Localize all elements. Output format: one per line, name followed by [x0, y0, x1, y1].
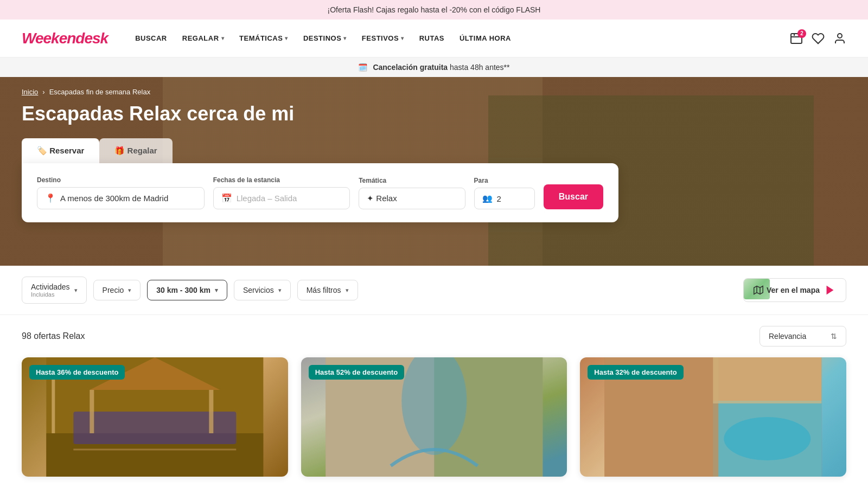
discount-badge: Hasta 36% de descuento — [29, 365, 125, 380]
card-image: Hasta 36% de descuento — [22, 357, 288, 477]
nav-rutas[interactable]: RUTAS — [414, 30, 450, 47]
svg-rect-10 — [90, 390, 94, 433]
map-icon — [754, 285, 763, 295]
filter-mas-filtros-label: Más filtros — [307, 286, 341, 294]
nav-destinos[interactable]: DESTINOS ▾ — [298, 30, 352, 47]
tab-regalar[interactable]: 🎁 Regalar — [99, 138, 172, 163]
arrow-right-icon — [824, 284, 836, 296]
header-icons: 2 — [790, 32, 846, 45]
card-image: Hasta 52% de descuento — [301, 357, 567, 477]
calendar-icon: 📅 — [221, 193, 232, 203]
chevron-down-icon: ▾ — [221, 35, 225, 41]
filter-precio-label: Precio — [103, 286, 124, 294]
chevron-down-icon: ▾ — [215, 287, 218, 294]
search-tabs: 🏷️ Reservar 🎁 Regalar — [22, 138, 846, 163]
hotel-card[interactable]: Hasta 52% de descuento — [301, 357, 567, 477]
promo-text: ¡Oferta Flash! Cajas regalo hasta el -20… — [328, 5, 541, 14]
svg-point-22 — [724, 417, 811, 460]
logo[interactable]: Weekendesk — [22, 30, 108, 47]
svg-point-1 — [838, 34, 842, 38]
nav-buscar[interactable]: BUSCAR — [130, 30, 173, 47]
nav-regalar[interactable]: REGALAR ▾ — [177, 30, 229, 47]
location-icon: 📍 — [45, 193, 56, 203]
breadcrumb-current: Escapadas fin de semana Relax — [49, 88, 150, 96]
tab-reservar[interactable]: 🏷️ Reservar — [22, 138, 99, 163]
destino-label: Destino — [37, 176, 205, 184]
search-box: Destino 📍 A menos de 300km de Madrid Fec… — [22, 163, 618, 222]
tematica-field: Temática ✦ Relax — [359, 177, 465, 209]
filters-bar: Actividades Incluidas ▾ Precio ▾ 30 km -… — [0, 266, 868, 315]
nav-ultima-hora[interactable]: ÚLTIMA HORA — [454, 30, 516, 47]
cancellation-text: hasta 48h antes** — [450, 63, 510, 72]
cards-grid: Hasta 36% de descuento Hasta 52% de desc… — [22, 357, 846, 477]
page-title: Escapadas Relax cerca de mi — [22, 102, 846, 125]
wishlist-button[interactable] — [812, 32, 825, 45]
people-icon: 👥 — [482, 194, 493, 203]
results-count: 98 ofertas Relax — [22, 331, 85, 341]
account-button[interactable] — [833, 32, 846, 45]
header: Weekendesk BUSCAR REGALAR ▾ TEMÁTICAS ▾ … — [0, 20, 868, 57]
hotel-card[interactable]: Hasta 36% de descuento — [22, 357, 288, 477]
nav-festivos[interactable]: FESTIVOS ▾ — [356, 30, 410, 47]
chevron-down-icon: ▾ — [278, 287, 282, 294]
chevron-down-icon: ▾ — [343, 35, 347, 41]
destino-input[interactable]: 📍 A menos de 300km de Madrid — [37, 187, 205, 209]
svg-marker-2 — [754, 286, 763, 294]
breadcrumb-home[interactable]: Inicio — [22, 88, 38, 96]
filter-distancia-label: 30 km - 300 km — [156, 286, 210, 294]
filter-servicios[interactable]: Servicios ▾ — [234, 280, 291, 300]
sort-dropdown[interactable]: Relevancia ⇅ — [760, 326, 846, 347]
map-button-label: Ver en el mapa — [767, 286, 820, 294]
filter-actividades[interactable]: Actividades Incluidas ▾ — [22, 277, 87, 304]
para-value: 2 — [497, 194, 501, 203]
discount-badge: Hasta 32% de descuento — [588, 365, 683, 380]
sort-arrows-icon: ⇅ — [831, 332, 837, 341]
tematica-value: ✦ Relax — [367, 194, 397, 203]
card-image: Hasta 32% de descuento — [580, 357, 846, 477]
fechas-label: Fechas de la estancia — [213, 176, 350, 184]
para-label: Para — [474, 177, 535, 184]
filter-actividades-label: Actividades — [31, 283, 70, 291]
hero-section: Inicio › Escapadas fin de semana Relax E… — [0, 77, 868, 266]
map-button[interactable]: Ver en el mapa — [743, 278, 846, 302]
filter-distancia[interactable]: 30 km - 300 km ▾ — [147, 280, 227, 300]
sort-label: Relevancia — [769, 332, 806, 341]
chevron-down-icon: ▾ — [346, 287, 349, 294]
fechas-input[interactable]: 📅 Llegada – Salida — [213, 187, 350, 209]
nav-tematicas[interactable]: TEMÁTICAS ▾ — [234, 30, 293, 47]
para-field: Para 👥 2 — [474, 177, 535, 209]
breadcrumb: Inicio › Escapadas fin de semana Relax — [22, 88, 846, 96]
cancellation-bold: Cancelación gratuita — [373, 63, 448, 72]
chevron-down-icon: ▾ — [128, 287, 131, 294]
main-nav: BUSCAR REGALAR ▾ TEMÁTICAS ▾ DESTINOS ▾ … — [130, 30, 790, 47]
tematica-input[interactable]: ✦ Relax — [359, 188, 465, 209]
fechas-placeholder: Llegada – Salida — [237, 194, 297, 203]
svg-rect-11 — [209, 390, 213, 433]
search-button[interactable]: Buscar — [544, 184, 603, 209]
tematica-label: Temática — [359, 177, 465, 184]
destino-field: Destino 📍 A menos de 300km de Madrid — [37, 176, 205, 209]
svg-rect-12 — [52, 379, 55, 433]
chevron-down-icon: ▾ — [285, 35, 288, 41]
cart-button[interactable]: 2 — [790, 32, 803, 45]
discount-badge: Hasta 52% de descuento — [309, 365, 404, 380]
results-section: 98 ofertas Relax Relevancia ⇅ Hasta 36% … — [0, 315, 868, 487]
hotel-card[interactable]: Hasta 32% de descuento — [580, 357, 846, 477]
chevron-down-icon: ▾ — [74, 287, 78, 294]
cart-badge: 2 — [797, 29, 806, 38]
tab-regalar-label: 🎁 Regalar — [114, 146, 157, 156]
fechas-field: Fechas de la estancia 📅 Llegada – Salida — [213, 176, 350, 209]
filter-mas-filtros[interactable]: Más filtros ▾ — [297, 280, 358, 300]
svg-rect-21 — [713, 357, 822, 403]
filter-precio[interactable]: Precio ▾ — [93, 280, 141, 300]
breadcrumb-separator: › — [42, 88, 44, 96]
promo-banner: ¡Oferta Flash! Cajas regalo hasta el -20… — [0, 0, 868, 20]
filter-actividades-sub: Incluidas — [31, 291, 54, 298]
tab-reservar-label: 🏷️ Reservar — [37, 146, 84, 156]
para-input[interactable]: 👥 2 — [474, 188, 535, 209]
info-bar: 🗓️ Cancelación gratuita hasta 48h antes*… — [0, 57, 868, 77]
chevron-down-icon: ▾ — [401, 35, 404, 41]
filter-servicios-label: Servicios — [243, 286, 274, 294]
destino-value: A menos de 300km de Madrid — [60, 194, 168, 203]
calendar-icon: 🗓️ — [358, 63, 367, 72]
